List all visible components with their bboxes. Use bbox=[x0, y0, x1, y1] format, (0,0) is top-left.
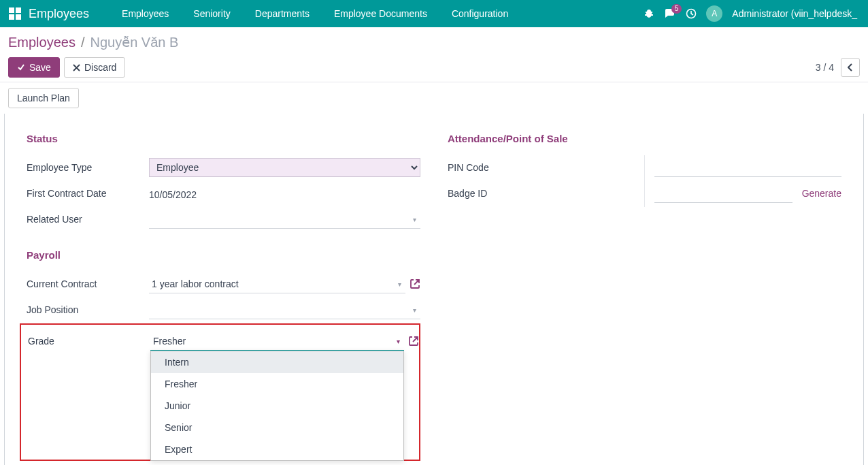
avatar[interactable]: A bbox=[706, 5, 722, 22]
topbar-right: 5 A Administrator (viin_helpdesk_ bbox=[644, 5, 863, 22]
debug-icon[interactable] bbox=[644, 8, 654, 19]
breadcrumb-current: Nguyễn Văn B bbox=[90, 34, 179, 50]
discard-label: Discard bbox=[84, 62, 116, 73]
discard-button[interactable]: Discard bbox=[64, 57, 125, 78]
nav-employee-documents[interactable]: Employee Documents bbox=[322, 0, 439, 27]
job-position-input[interactable] bbox=[149, 300, 420, 319]
grade-option-intern[interactable]: Intern bbox=[151, 351, 403, 373]
action-bar: Launch Plan bbox=[0, 82, 868, 114]
svg-rect-1 bbox=[16, 7, 21, 13]
apps-icon[interactable] bbox=[5, 4, 24, 23]
employee-type-select[interactable]: Employee bbox=[149, 158, 420, 177]
external-link-icon[interactable] bbox=[410, 278, 420, 289]
section-payroll: Payroll bbox=[27, 249, 420, 261]
app-title[interactable]: Employees bbox=[29, 7, 89, 21]
related-user-input[interactable] bbox=[149, 210, 420, 229]
breadcrumb-root[interactable]: Employees bbox=[8, 35, 76, 50]
grade-row-highlight: Grade ▾ Intern Fresher Junior Senior bbox=[20, 323, 420, 461]
label-current-contract: Current Contract bbox=[27, 278, 149, 289]
section-attendance: Attendance/Point of Sale bbox=[448, 133, 841, 144]
current-contract-input[interactable] bbox=[149, 274, 405, 293]
svg-rect-2 bbox=[9, 14, 14, 20]
conversations-icon[interactable]: 5 bbox=[664, 8, 676, 19]
grade-option-senior[interactable]: Senior bbox=[151, 417, 403, 438]
pager-prev[interactable] bbox=[841, 58, 860, 77]
generate-badge-button[interactable]: Generate bbox=[802, 188, 841, 199]
svg-rect-0 bbox=[9, 7, 14, 13]
badge-id-input[interactable] bbox=[654, 184, 792, 203]
grade-option-expert[interactable]: Expert bbox=[151, 438, 403, 460]
external-link-icon[interactable] bbox=[408, 336, 419, 347]
topbar: Employees Employees Seniority Department… bbox=[0, 0, 868, 27]
section-status: Status bbox=[27, 133, 420, 144]
user-menu[interactable]: Administrator (viin_helpdesk_ bbox=[732, 8, 857, 19]
label-job-position: Job Position bbox=[27, 304, 149, 315]
conversations-badge: 5 bbox=[671, 4, 682, 14]
nav-employees[interactable]: Employees bbox=[110, 0, 181, 27]
control-panel: Employees / Nguyễn Văn B Save Discard 3 … bbox=[0, 27, 868, 82]
pager[interactable]: 3 / 4 bbox=[816, 62, 834, 73]
breadcrumb: Employees / Nguyễn Văn B bbox=[8, 34, 860, 50]
svg-rect-3 bbox=[16, 14, 21, 20]
grade-option-junior[interactable]: Junior bbox=[151, 395, 403, 417]
nav-departments[interactable]: Departments bbox=[243, 0, 322, 27]
grade-input[interactable] bbox=[150, 332, 404, 351]
save-label: Save bbox=[29, 62, 51, 73]
label-related-user: Related User bbox=[27, 214, 149, 225]
label-grade: Grade bbox=[28, 336, 150, 347]
launch-plan-button[interactable]: Launch Plan bbox=[8, 88, 79, 108]
label-badge-id: Badge ID bbox=[448, 188, 487, 199]
breadcrumb-separator: / bbox=[81, 35, 85, 50]
label-first-contract-date: First Contract Date bbox=[27, 188, 149, 199]
save-button[interactable]: Save bbox=[8, 57, 60, 78]
grade-dropdown-menu: Intern Fresher Junior Senior Expert bbox=[150, 351, 404, 461]
label-pin-code: PIN Code bbox=[448, 162, 489, 173]
activities-icon[interactable] bbox=[686, 8, 697, 19]
form-sheet: Status Employee Type Employee First Cont… bbox=[4, 114, 864, 465]
first-contract-date-value: 10/05/2022 bbox=[149, 187, 420, 200]
nav-configuration[interactable]: Configuration bbox=[439, 0, 520, 27]
label-employee-type: Employee Type bbox=[27, 162, 149, 173]
main-menu: Employees Seniority Departments Employee… bbox=[110, 0, 520, 27]
grade-option-fresher[interactable]: Fresher bbox=[151, 373, 403, 395]
nav-seniority[interactable]: Seniority bbox=[181, 0, 242, 27]
pin-code-input[interactable] bbox=[654, 158, 841, 177]
